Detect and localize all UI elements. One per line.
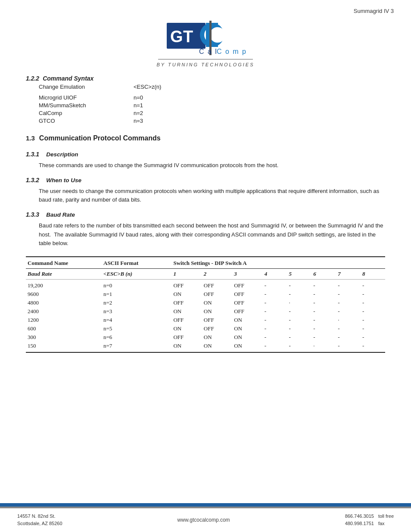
cell-c6-4: -: [311, 316, 336, 324]
cell-c1-2: OFF: [171, 299, 202, 307]
footer-address-line2: Scottsdale, AZ 85260: [17, 520, 62, 528]
cell-c4-6: -: [263, 333, 287, 342]
table-row: 600 n=5 ON OFF ON - - - - -: [26, 324, 385, 333]
cell-c7-7: -: [336, 342, 361, 350]
cell-name-4: 1200: [26, 316, 102, 324]
th-ascii-format: ASCII Format: [102, 257, 171, 269]
cell-c7-5: -: [336, 324, 361, 333]
cell-c8-4: -: [361, 316, 385, 324]
cell-c3-4: ON: [232, 316, 262, 324]
footer-fax-row: 480.998.1751 fax: [345, 520, 394, 528]
logo-svg: G T C a l C o m p: [162, 19, 249, 57]
sub-section-1-3-2-heading: 1.3.2 When to Use: [26, 177, 385, 185]
footer-address: 14557 N. 82nd St. Scottsdale, AZ 85260: [17, 513, 62, 528]
table-row: 4800 n=2 OFF ON OFF - · - - -: [26, 299, 385, 307]
section-1-2-2-heading-row: 1.2.2 Command Syntax: [26, 75, 385, 82]
cell-c6-5: -: [311, 324, 336, 333]
footer-fax: 480.998.1751: [345, 520, 374, 528]
cell-ascii-5: n=5: [102, 324, 171, 333]
th-baud-rate: Baud Rate: [26, 268, 102, 279]
emulation-value-2: n=2: [134, 110, 143, 116]
footer-phone: 866.746.3015: [345, 513, 374, 520]
sub-section-1-3-2: 1.3.2 When to Use The user needs to chan…: [26, 177, 385, 204]
cell-name-2: 4800: [26, 299, 102, 307]
emulation-name-2: CalComp: [39, 110, 134, 116]
cell-c3-6: ON: [232, 333, 262, 342]
cell-c3-2: OFF: [232, 299, 262, 307]
table-footer-cell: [26, 350, 385, 352]
emulation-value-1: n=1: [134, 102, 143, 109]
cell-c5-0: -: [287, 279, 311, 290]
cell-c5-4: -: [287, 316, 311, 324]
cell-name-5: 600: [26, 324, 102, 333]
cell-ascii-3: n=3: [102, 307, 171, 316]
cell-c8-1: -: [361, 290, 385, 299]
emulation-row-1: MM/SummaSketch n=1: [39, 102, 385, 109]
cell-c8-5: -: [361, 324, 385, 333]
sub-section-1-3-1: 1.3.1 Description These commands are use…: [26, 151, 385, 170]
table-row: 9600 n=1 ON OFF OFF - - - - -: [26, 290, 385, 299]
th-col-7: 7: [336, 268, 361, 279]
cell-c3-3: OFF: [232, 307, 262, 316]
emulation-value-0: n=0: [134, 94, 143, 101]
th-col-6: 6: [311, 268, 336, 279]
sub-section-1-3-2-body: The user needs to change the communicati…: [39, 187, 385, 204]
th-esc-b-n: <ESC>B (n): [102, 268, 171, 279]
cell-c6-6: -: [311, 333, 336, 342]
logo-area: G T C a l C o m p by TURNING technologie…: [0, 19, 411, 67]
th-col-2: 2: [202, 268, 232, 279]
cell-ascii-7: n=7: [102, 342, 171, 350]
table-footer-row: [26, 350, 385, 352]
th-col-3: 3: [232, 268, 262, 279]
svg-text:C a l: C a l: [199, 48, 218, 55]
footer-phone-label: toll free: [378, 513, 394, 520]
cell-c2-0: OFF: [202, 279, 232, 290]
cell-c3-5: ON: [232, 324, 262, 333]
cell-c1-1: ON: [171, 290, 202, 299]
sub-section-1-3-3-heading: 1.3.3 Baud Rate: [26, 211, 385, 220]
cell-c1-5: ON: [171, 324, 202, 333]
sub-section-1-3-1-title: Description: [46, 151, 78, 158]
svg-text:C o m p: C o m p: [217, 48, 247, 55]
section-1-2-2-title: Command Syntax: [43, 75, 93, 82]
th-col-8: 8: [361, 268, 385, 279]
cell-c2-2: ON: [202, 299, 232, 307]
cell-c6-3: -: [311, 307, 336, 316]
sub-section-1-3-2-title: When to Use: [46, 177, 81, 184]
table-footer: [26, 350, 385, 352]
cell-ascii-2: n=2: [102, 299, 171, 307]
section-1-2-2: 1.2.2 Command Syntax Change Emulation <E…: [26, 75, 385, 124]
cell-c6-1: -: [311, 290, 336, 299]
footer-address-line1: 14557 N. 82nd St.: [17, 513, 62, 520]
table-row: 150 n=7 ON ON ON - - · - -: [26, 342, 385, 350]
cell-name-1: 9600: [26, 290, 102, 299]
table-body: 19,200 n=0 OFF OFF OFF - - - - - 9: [26, 279, 385, 350]
cell-c4-1: -: [263, 290, 287, 299]
footer-website: www.gtcocalcomp.com: [177, 517, 230, 523]
cell-c8-3: -: [361, 307, 385, 316]
cell-c7-0: -: [336, 279, 361, 290]
cell-c3-7: ON: [232, 342, 262, 350]
cell-c6-2: -: [311, 299, 336, 307]
emulation-value-3: n=3: [134, 118, 143, 124]
section-1-3-number: 1.3: [26, 134, 35, 142]
table-row: 19,200 n=0 OFF OFF OFF - - - - -: [26, 279, 385, 290]
cell-c7-6: -: [336, 333, 361, 342]
cell-c4-2: -: [263, 299, 287, 307]
cell-c7-1: -: [336, 290, 361, 299]
sub-section-1-3-3-body: Baud rate refers to the number of bits t…: [39, 221, 385, 247]
th-switch-settings: Switch Settings - DIP Switch A: [171, 257, 385, 269]
cell-c7-3: -: [336, 307, 361, 316]
change-emulation-value: <ESC>z(n): [134, 84, 161, 90]
sub-section-1-3-2-number: 1.3.2: [26, 177, 39, 184]
sub-section-1-3-1-heading: 1.3.1 Description: [26, 151, 385, 159]
table-row: 2400 n=3 ON ON OFF - - - - -: [26, 307, 385, 316]
th-col-1: 1: [171, 268, 202, 279]
cell-c1-6: OFF: [171, 333, 202, 342]
baud-table: Command Name ASCII Format Switch Setting…: [26, 256, 385, 353]
cell-c3-0: OFF: [232, 279, 262, 290]
page-header: Summagrid IV 3: [0, 0, 411, 14]
page-label: Summagrid IV 3: [354, 8, 394, 14]
emulation-row-2: CalComp n=2: [39, 110, 385, 116]
cell-c7-4: ·: [336, 316, 361, 324]
